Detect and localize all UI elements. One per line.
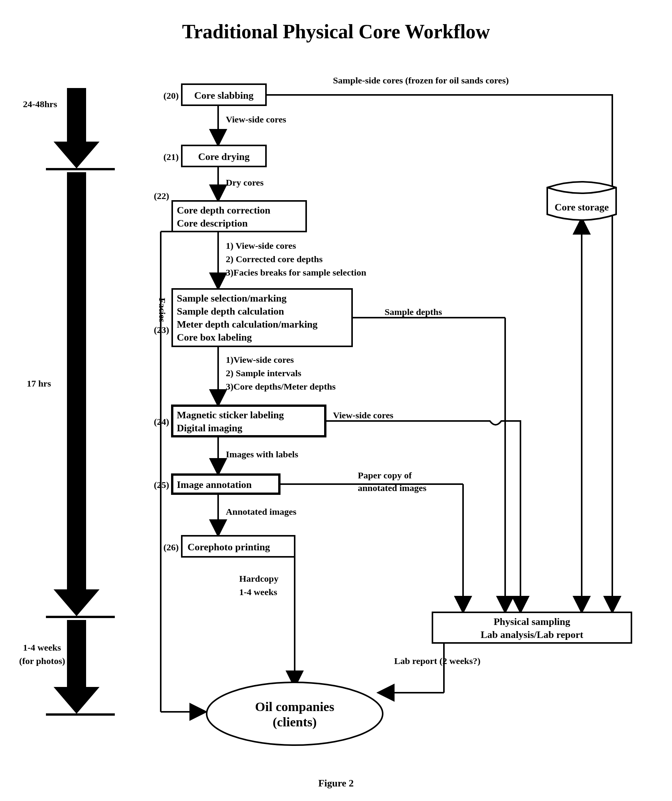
node-25-ref: (25) [154, 480, 169, 490]
edge-25-right-1: Paper copy of [358, 470, 412, 480]
edge-24-25: Images with labels [226, 449, 298, 459]
node-24-label-2: Digital imaging [177, 423, 242, 434]
timeline-phase2-label: 17 hrs [27, 378, 51, 388]
edge-23-right: Sample depths [385, 307, 442, 317]
timeline-phase2-arrow [46, 172, 115, 617]
node-21-ref: (21) [163, 152, 179, 162]
edge-sample-side-cores: Sample-side cores (frozen for oil sands … [333, 75, 509, 85]
node-22-ref: (22) [154, 191, 169, 201]
edge-26-oval-1: Hardcopy [239, 574, 279, 584]
node-25-label: Image annotation [177, 479, 252, 490]
figure-label: Figure 2 [318, 778, 354, 789]
edge-23-24-3: 3)Core depths/Meter depths [226, 382, 336, 392]
node-oil-companies: Oil companies (clients) [207, 682, 383, 745]
node-core-storage-label: Core storage [555, 202, 609, 213]
timeline-phase3-label-a: 1-4 weeks [23, 643, 61, 653]
node-core-storage: Core storage [547, 182, 616, 220]
edge-20-21: View-side cores [226, 114, 286, 124]
edge-22-23-2: 2) Corrected core depths [226, 254, 323, 264]
node-22-label-1: Core depth correction [177, 205, 271, 216]
edge-23-24-1: 1)View-side cores [226, 355, 294, 365]
node-20-core-slabbing: Core slabbing (20) [163, 84, 266, 105]
node-oil-companies-label-1: Oil companies [255, 700, 334, 714]
node-21-label: Core drying [198, 151, 250, 162]
edge-22-23-1: 1) View-side cores [226, 241, 296, 251]
node-24-ref: (24) [154, 417, 169, 427]
node-24-magnetic-sticker: Magnetic sticker labeling Digital imagin… [154, 406, 325, 436]
node-23-label-3: Meter depth calculation/marking [177, 319, 318, 330]
node-22-core-depth-correction: Core depth correction Core description (… [154, 191, 306, 232]
node-lab: Physical sampling Lab analysis/Lab repor… [432, 612, 631, 643]
node-oil-companies-label-2: (clients) [272, 715, 316, 729]
edge-23-24-2: 2) Sample intervals [226, 368, 301, 378]
edge-26-oval-2: 1-4 weeks [239, 587, 277, 597]
node-lab-label-2: Lab analysis/Lab report [481, 629, 584, 640]
node-20-label: Core slabbing [194, 90, 254, 101]
facies-label: Facies [157, 298, 167, 322]
timeline-phase3-label-b: (for photos) [19, 656, 65, 666]
timeline-phase1-label: 24-48hrs [23, 99, 57, 109]
diagram-title: Traditional Physical Core Workflow [182, 21, 490, 42]
node-26-corephoto-printing: Corephoto printing (26) [163, 536, 295, 557]
edge-21-22: Dry cores [226, 178, 264, 188]
edge-25-right-2: annotated images [358, 483, 426, 493]
edge-22-23-3: 3)Facies breaks for sample selection [226, 268, 366, 277]
node-20-ref: (20) [163, 91, 179, 101]
node-26-label: Corephoto printing [188, 542, 270, 553]
timeline-phase3-arrow [46, 620, 115, 715]
node-23-label-2: Sample depth calculation [177, 306, 284, 317]
node-21-core-drying: Core drying (21) [163, 145, 266, 166]
node-23-sample-selection: Sample selection/marking Sample depth ca… [154, 289, 352, 346]
node-24-label-1: Magnetic sticker labeling [177, 409, 284, 421]
node-22-label-2: Core description [177, 218, 248, 229]
node-25-image-annotation: Image annotation (25) [154, 475, 279, 494]
workflow-diagram: Traditional Physical Core Workflow 24-48… [0, 0, 672, 801]
node-23-label-1: Sample selection/marking [177, 293, 287, 304]
node-lab-label-1: Physical sampling [494, 616, 570, 627]
node-23-label-4: Core box labeling [177, 332, 252, 343]
edge-25-26: Annotated images [226, 507, 297, 517]
edge-24-right: View-side cores [333, 410, 393, 420]
timeline: 24-48hrs 17 hrs 1-4 weeks (for photos) [19, 88, 115, 715]
node-23-ref: (23) [154, 325, 169, 335]
node-26-ref: (26) [163, 542, 179, 552]
svg-point-28 [207, 682, 383, 745]
edge-lab-oval: Lab report (2 weeks?) [394, 656, 481, 666]
